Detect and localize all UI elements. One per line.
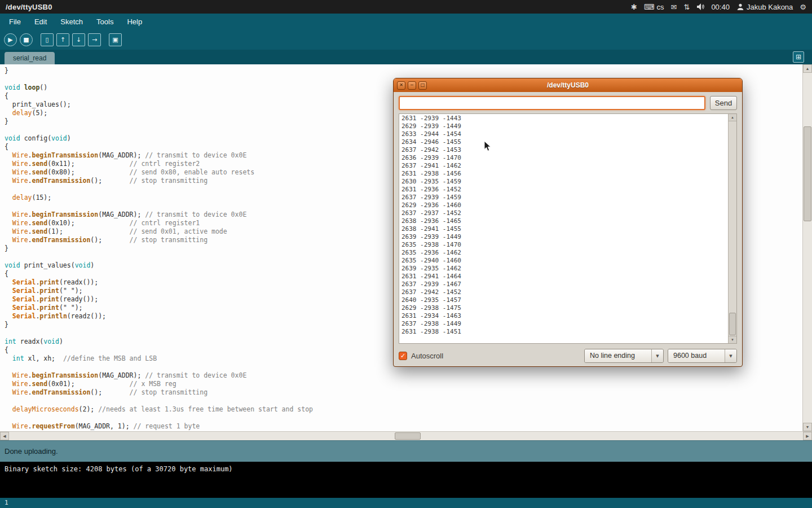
line-ending-select[interactable]: No line ending ▼ [584, 349, 664, 363]
serial-scroll-thumb[interactable] [729, 313, 736, 335]
minimize-button[interactable]: ─ [408, 81, 416, 90]
new-sketch-icon: ▯ [45, 37, 48, 43]
verify-button[interactable]: ▶ [4, 33, 17, 46]
verify-icon: ▶ [8, 37, 12, 43]
upload-icon: → [92, 37, 97, 43]
console-output: Binary sketch size: 4208 bytes (of a 307… [0, 462, 812, 498]
network-traffic-icon[interactable]: ⇅ [683, 3, 690, 11]
vertical-scroll-thumb[interactable] [804, 126, 811, 221]
minimize-icon: ─ [411, 83, 413, 87]
upload-button[interactable]: → [88, 33, 101, 46]
serial-monitor-title: /dev/ttyUSB0 [394, 81, 742, 89]
serial-input[interactable] [399, 96, 705, 110]
close-icon: ✕ [399, 83, 403, 87]
line-ending-value: No line ending [585, 349, 651, 362]
maximize-icon: □ [421, 83, 425, 87]
user-name-label: Jakub Kakona [747, 3, 793, 11]
window-controls: ✕ ─ □ [397, 81, 427, 90]
menu-help[interactable]: Help [120, 15, 149, 28]
open-sketch-icon: ↑ [60, 37, 65, 43]
code-line: Wire.requestFrom(MAG_ADDR, 1); // reques… [5, 422, 802, 431]
save-sketch-button[interactable]: ↓ [72, 33, 85, 46]
serial-monitor-icon: ▣ [112, 37, 118, 43]
menubar: FileEditSketchToolsHelp [0, 14, 812, 29]
mail-icon[interactable]: ✉ [671, 3, 677, 11]
menu-sketch[interactable]: Sketch [54, 15, 90, 28]
chevron-down-icon[interactable]: ▼ [725, 349, 736, 362]
chevron-down-icon[interactable]: ▼ [651, 349, 663, 362]
code-line [5, 414, 802, 422]
serial-monitor-titlebar[interactable]: /dev/ttyUSB0 ✕ ─ □ [394, 78, 742, 92]
scroll-down-icon[interactable]: ▼ [729, 336, 736, 343]
tabstrip: serial_read ⊞ [0, 50, 812, 64]
tab-serial-read[interactable]: serial_read [5, 52, 55, 64]
maximize-button[interactable]: □ [418, 81, 427, 90]
mouse-cursor [484, 141, 491, 152]
volume-icon[interactable] [696, 3, 704, 11]
keyboard-layout-label: cs [657, 3, 664, 11]
line-number-strip: 1 [0, 498, 812, 508]
save-sketch-icon: ↓ [76, 37, 81, 43]
serial-monitor-button[interactable]: ▣ [109, 33, 122, 46]
code-line: Wire.send(0x01); // x MSB reg [5, 380, 802, 388]
serial-output-text: 2631 -2939 -1443 2629 -2939 -1449 2633 -… [399, 114, 728, 343]
code-line: } [5, 67, 802, 75]
user-icon [736, 3, 744, 11]
editor-vertical-scrollbar[interactable]: ▲ ▼ [802, 64, 812, 431]
code-line: Wire.beginTransmission(MAG_ADDR); // tra… [5, 371, 802, 380]
clock-label[interactable]: 00:40 [711, 3, 730, 11]
menu-edit[interactable]: Edit [28, 15, 54, 28]
code-line [5, 397, 802, 405]
baud-rate-select[interactable]: 9600 baud ▼ [668, 349, 737, 363]
status-message: Done uploading. [5, 447, 58, 456]
new-sketch-button[interactable]: ▯ [41, 33, 54, 46]
menu-file[interactable]: File [2, 15, 28, 28]
menu-tools[interactable]: Tools [90, 15, 120, 28]
ubuntu-top-panel: /dev/ttyUSB0 ✱ ⌨ cs ✉ ⇅ 00:40 Jakub Kako… [0, 0, 812, 14]
keyboard-icon: ⌨ [644, 3, 655, 11]
session-gear-icon[interactable]: ⚙ [800, 3, 806, 11]
tab-menu-button[interactable]: ⊞ [793, 51, 804, 63]
indicator-icon[interactable]: ✱ [631, 3, 637, 11]
stop-icon: ■ [23, 37, 29, 43]
console-text: Binary sketch size: 4208 bytes (of a 307… [5, 465, 807, 473]
code-line: Wire.endTransmission(); // stop transmit… [5, 388, 802, 397]
editor-horizontal-scrollbar[interactable]: ◀ ▶ [0, 431, 812, 440]
serial-monitor-footer: ✓ Autoscroll No line ending ▼ 9600 baud … [394, 344, 742, 363]
baud-rate-value: 9600 baud [668, 349, 725, 362]
send-button[interactable]: Send [710, 96, 737, 110]
screen: /dev/ttyUSB0 ✱ ⌨ cs ✉ ⇅ 00:40 Jakub Kako… [0, 0, 812, 508]
tab-menu-icon: ⊞ [796, 54, 801, 60]
scroll-up-icon[interactable]: ▲ [803, 64, 812, 73]
line-number-label: 1 [5, 499, 8, 506]
code-line: delayMicroseconds(2); //needs at least 1… [5, 405, 802, 414]
scroll-left-icon[interactable]: ◀ [0, 432, 9, 440]
user-menu[interactable]: Jakub Kakona [736, 3, 793, 11]
serial-scrollbar[interactable]: ▲ ▼ [728, 114, 736, 343]
toolbar: ▶■▯↑↓→▣ [0, 29, 812, 50]
horizontal-scroll-thumb[interactable] [395, 432, 421, 440]
keyboard-layout-indicator[interactable]: ⌨ cs [644, 3, 664, 11]
scroll-down-icon[interactable]: ▼ [803, 423, 812, 431]
tab-label: serial_read [13, 54, 46, 62]
status-bar: Done uploading. [0, 440, 812, 462]
autoscroll-label[interactable]: Autoscroll [411, 352, 443, 360]
active-window-title: /dev/ttyUSB0 [6, 3, 52, 11]
panel-indicators: ✱ ⌨ cs ✉ ⇅ 00:40 Jakub Kakona ⚙ [631, 3, 806, 11]
autoscroll-checkbox[interactable]: ✓ [399, 352, 407, 360]
scroll-right-icon[interactable]: ▶ [803, 432, 812, 440]
open-sketch-button[interactable]: ↑ [56, 33, 69, 46]
scroll-up-icon[interactable]: ▲ [729, 114, 736, 121]
close-button[interactable]: ✕ [397, 81, 405, 90]
stop-button[interactable]: ■ [20, 33, 33, 46]
serial-input-row: Send [394, 92, 742, 113]
serial-output[interactable]: 2631 -2939 -1443 2629 -2939 -1449 2633 -… [399, 113, 737, 344]
serial-monitor-window: /dev/ttyUSB0 ✕ ─ □ Send 2631 -2939 -1443… [393, 78, 743, 367]
